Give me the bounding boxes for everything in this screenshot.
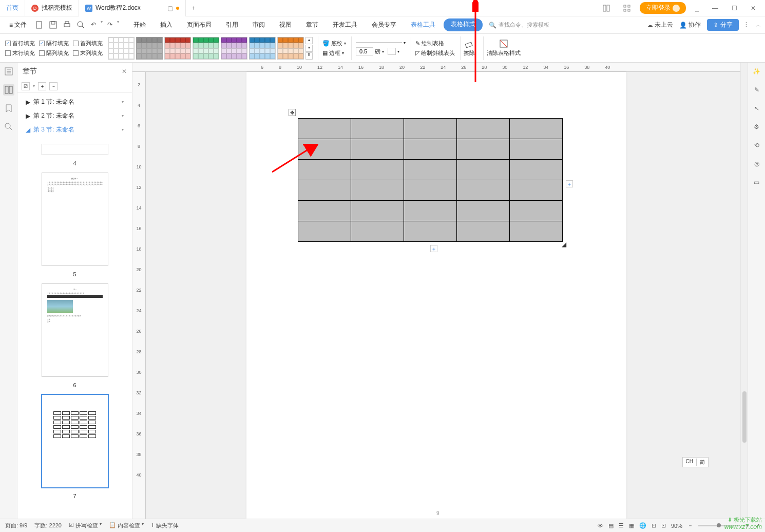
style-purple[interactable] bbox=[221, 37, 247, 60]
zoom-fit-icon[interactable]: ⊡ bbox=[661, 522, 666, 529]
thumb-4[interactable] bbox=[42, 144, 108, 155]
style-red[interactable] bbox=[164, 37, 191, 60]
view-focus-icon[interactable]: ⊡ bbox=[652, 522, 656, 529]
status-content[interactable]: 📋内容检查▾ bbox=[109, 522, 144, 529]
qat-undo-icon[interactable]: ↶ bbox=[89, 20, 98, 30]
nav-tool-add[interactable]: ＋ bbox=[38, 82, 46, 90]
coop-button[interactable]: 👤协作 bbox=[679, 21, 701, 29]
menu-review[interactable]: 审阅 bbox=[246, 18, 271, 31]
tab-templates[interactable]: D 找稻壳模板 bbox=[25, 0, 79, 16]
file-menu[interactable]: ≡文件 bbox=[4, 18, 32, 31]
rail-select-icon[interactable]: ↖ bbox=[751, 103, 762, 114]
section-3[interactable]: ◢第 3 节: 未命名▾ bbox=[17, 123, 132, 137]
style-prev-icon[interactable]: ▴ bbox=[305, 37, 313, 44]
apps-icon[interactable] bbox=[619, 5, 635, 12]
qat-save-icon[interactable] bbox=[48, 20, 59, 30]
horizontal-ruler[interactable]: 6810121416182022242628303234363840 bbox=[132, 63, 740, 72]
menu-member[interactable]: 会员专享 bbox=[366, 18, 403, 31]
section-1[interactable]: ▶第 1 节: 未命名▾ bbox=[17, 95, 132, 109]
rail-assistant-icon[interactable]: ✨ bbox=[751, 66, 762, 77]
new-tab-button[interactable]: ＋ bbox=[186, 4, 201, 12]
draw-diagonal-button[interactable]: ◸绘制斜线表头 bbox=[415, 49, 455, 57]
add-col-icon[interactable]: ＋ bbox=[566, 180, 573, 187]
rail-settings-icon[interactable]: ⚙ bbox=[751, 121, 762, 132]
vertical-scrollbar[interactable] bbox=[740, 63, 748, 519]
chk-first-col[interactable]: 首列填充 bbox=[73, 40, 103, 47]
qat-preview-icon[interactable] bbox=[75, 20, 86, 30]
zoom-out-icon[interactable]: － bbox=[687, 522, 693, 529]
status-font[interactable]: T缺失字体 bbox=[151, 522, 179, 529]
cloud-status[interactable]: ☁未上云 bbox=[647, 21, 673, 29]
table-move-handle-icon[interactable]: ✥ bbox=[289, 109, 296, 116]
style-gray[interactable] bbox=[136, 37, 163, 60]
command-search[interactable]: 🔍 查找命令、搜索模板 bbox=[489, 21, 549, 29]
view-web-icon[interactable]: ▦ bbox=[629, 522, 634, 529]
settings-bar-icon[interactable]: ⎯ bbox=[691, 5, 703, 12]
rail-outline-icon[interactable] bbox=[3, 66, 14, 77]
menu-layout[interactable]: 页面布局 bbox=[181, 18, 218, 31]
status-words[interactable]: 字数: 2220 bbox=[34, 522, 62, 529]
clear-style-button[interactable]: 清除表格样式 bbox=[483, 36, 524, 60]
shading-button[interactable]: 🪣底纹▾ bbox=[322, 40, 346, 47]
view-print-icon[interactable]: ▤ bbox=[608, 522, 614, 529]
menu-table-tools[interactable]: 表格工具 bbox=[405, 18, 442, 31]
section-2[interactable]: ▶第 2 节: 未命名▾ bbox=[17, 109, 132, 123]
thumb-6[interactable]: 1.3.···文本文本文本文本文本文本文本文本文本文本文本文本文本文本文本文本文… bbox=[42, 283, 108, 377]
chk-first-row[interactable]: ✓首行填充 bbox=[5, 40, 35, 47]
status-spell[interactable]: ☑拼写检查▾ bbox=[69, 522, 102, 529]
page[interactable]: ✥ ＋ ＋ ◢ 9 bbox=[246, 72, 626, 519]
nav-close-icon[interactable]: ✕ bbox=[122, 68, 127, 75]
line-color-button[interactable] bbox=[388, 48, 396, 55]
chk-last-col[interactable]: 末列填充 bbox=[73, 49, 103, 57]
menu-insert[interactable]: 插入 bbox=[154, 18, 179, 31]
collapse-ribbon-icon[interactable]: ︿ bbox=[756, 22, 761, 29]
table-style-gallery[interactable]: ▴ ▾ ⠿ bbox=[108, 37, 313, 60]
thumb-7[interactable] bbox=[42, 394, 108, 488]
minimize-button[interactable]: — bbox=[708, 5, 722, 12]
view-globe-icon[interactable]: 🌐 bbox=[639, 522, 646, 529]
style-more-icon[interactable]: ⠿ bbox=[305, 52, 313, 60]
menu-start[interactable]: 开始 bbox=[127, 18, 152, 31]
close-button[interactable]: ✕ bbox=[747, 5, 760, 12]
line-style-select[interactable]: ▾ bbox=[356, 41, 406, 45]
menu-reference[interactable]: 引用 bbox=[220, 18, 244, 31]
menu-view[interactable]: 视图 bbox=[273, 18, 298, 31]
thumb-5[interactable]: 第三章 ···文本文本文本文本文本文本文本文本文本文本文本文本文本文本文本文本文… bbox=[42, 173, 108, 266]
resize-handle-icon[interactable]: ◢ bbox=[562, 241, 566, 245]
style-orange[interactable] bbox=[277, 37, 304, 60]
maximize-button[interactable]: ☐ bbox=[728, 5, 741, 12]
nav-tool-remove[interactable]: － bbox=[49, 82, 58, 90]
status-page[interactable]: 页面: 9/9 bbox=[5, 522, 27, 529]
zoom-value[interactable]: 90% bbox=[671, 523, 682, 529]
qat-redo-icon[interactable]: ↷ bbox=[106, 20, 114, 30]
rail-pen-icon[interactable]: ✎ bbox=[751, 84, 762, 96]
rail-sections-icon[interactable] bbox=[3, 84, 14, 96]
style-plain[interactable] bbox=[108, 37, 135, 60]
qat-print-icon[interactable] bbox=[62, 20, 72, 30]
chk-alt-row[interactable]: ✓隔行填充 bbox=[39, 40, 69, 47]
layout-icon[interactable] bbox=[599, 5, 614, 12]
line-width-input[interactable] bbox=[356, 47, 373, 55]
style-green[interactable] bbox=[193, 37, 219, 60]
rail-present-icon[interactable]: ▭ bbox=[751, 177, 762, 188]
document-canvas[interactable]: 6810121416182022242628303234363840 24681… bbox=[132, 63, 740, 519]
add-row-icon[interactable]: ＋ bbox=[430, 245, 437, 252]
chk-alt-col[interactable]: 隔列填充 bbox=[39, 49, 69, 57]
vertical-ruler[interactable]: 246810121416182022242628303234363840 bbox=[132, 72, 146, 519]
menu-section[interactable]: 章节 bbox=[300, 18, 324, 31]
tab-document-active[interactable]: W Word教程2.docx ▢ bbox=[79, 0, 186, 16]
menu-devtools[interactable]: 开发工具 bbox=[327, 18, 364, 31]
share-button[interactable]: ⇪分享 bbox=[707, 19, 739, 31]
selected-table[interactable]: ✥ ＋ ＋ ◢ bbox=[298, 118, 563, 242]
chk-last-row[interactable]: 末行填充 bbox=[5, 49, 35, 57]
style-next-icon[interactable]: ▾ bbox=[305, 45, 313, 52]
rail-translate-icon[interactable]: ⟲ bbox=[751, 140, 762, 151]
login-button[interactable]: 立即登录 bbox=[640, 2, 686, 14]
rail-search-icon[interactable] bbox=[3, 121, 14, 132]
view-read-icon[interactable]: 👁 bbox=[598, 523, 603, 529]
view-outline-icon[interactable]: ☰ bbox=[619, 522, 624, 529]
border-button[interactable]: ▦边框▾ bbox=[322, 49, 346, 57]
table[interactable] bbox=[298, 118, 563, 242]
tab-preview-icon[interactable]: ▢ bbox=[167, 5, 173, 12]
rail-bookmark-icon[interactable] bbox=[3, 103, 14, 114]
